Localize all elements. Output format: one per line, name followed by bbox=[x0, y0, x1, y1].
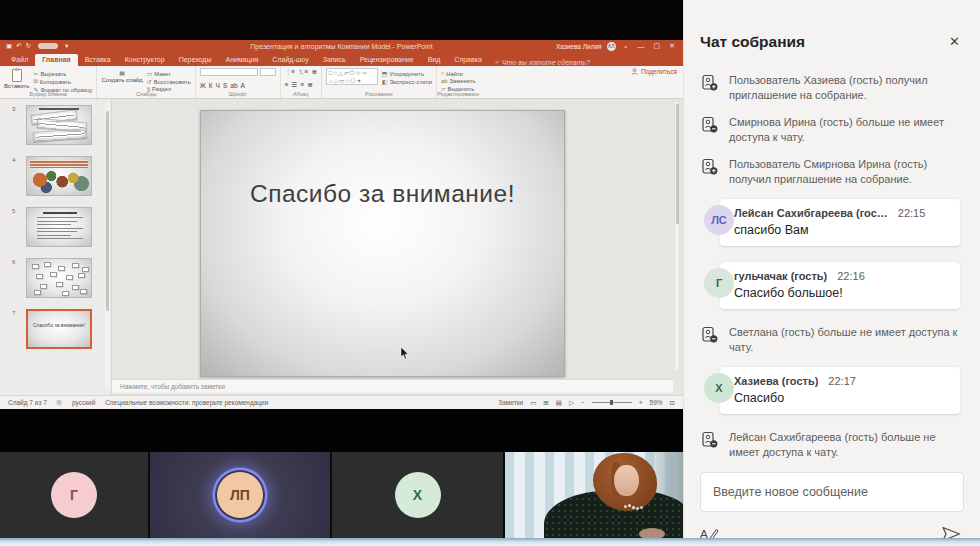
slide-sorter-icon[interactable]: ⊞ bbox=[543, 399, 548, 407]
thumb-diagram-box bbox=[72, 263, 79, 268]
tell-me-search[interactable]: ⌕Что вы хотите сделать? bbox=[495, 58, 590, 66]
share-person-icon bbox=[631, 68, 638, 75]
ribbon-item-Вырезать[interactable]: ✂Вырезать bbox=[33, 70, 92, 77]
current-slide[interactable]: Спасибо за внимание! bbox=[200, 110, 565, 377]
language-label[interactable]: русский bbox=[72, 399, 95, 406]
redo-icon[interactable]: ↻ bbox=[26, 42, 31, 50]
tab-Анимация[interactable]: Анимация bbox=[218, 54, 265, 66]
tab-Конструктор[interactable]: Конструктор bbox=[118, 54, 172, 66]
system-message-text: Пользователь Смирнова Ирина (гость) полу… bbox=[729, 157, 962, 186]
chat-message-card[interactable]: Ггульчачак (гость)22:16Спасибо большое! bbox=[720, 262, 960, 309]
participant-video-tile[interactable] bbox=[505, 452, 683, 538]
slideshow-icon[interactable]: ▷ bbox=[569, 399, 574, 407]
participant-tile-Х[interactable]: Х bbox=[332, 452, 503, 538]
zoom-level[interactable]: 59% bbox=[650, 399, 663, 406]
thumbnail-scrollbar[interactable] bbox=[105, 103, 110, 387]
thumbnail-art-final: Спасибо за внимание! bbox=[26, 309, 92, 349]
tab-Слайд-шоу[interactable]: Слайд-шоу bbox=[265, 54, 315, 66]
maximize-button[interactable]: ▢ bbox=[652, 42, 663, 50]
thumbnail-art-diagram bbox=[26, 258, 92, 298]
message-input[interactable]: Введите новое сообщение bbox=[700, 472, 964, 512]
webcam-face bbox=[614, 465, 639, 496]
autosave-toggle[interactable] bbox=[38, 43, 58, 49]
font-style-button-S[interactable]: S bbox=[223, 82, 227, 89]
participant-tile-ЛП[interactable]: ЛП bbox=[150, 452, 330, 538]
thumb-title-line bbox=[39, 108, 79, 110]
fit-slide-icon[interactable]: ⊡ bbox=[670, 399, 675, 407]
group-label: Шрифт bbox=[196, 91, 280, 97]
font-name-box[interactable] bbox=[200, 68, 258, 76]
font-size-box[interactable] bbox=[260, 68, 276, 76]
paste-button[interactable]: Вставить bbox=[4, 68, 29, 89]
minimize-button[interactable]: — bbox=[636, 43, 647, 50]
ribbon-options-icon[interactable]: ⌄ bbox=[621, 42, 631, 50]
thumbnail-art-collage bbox=[26, 156, 92, 196]
close-window-button[interactable]: ✕ bbox=[667, 42, 677, 50]
shapes-gallery[interactable]: □○△▱⬠☆⇨⌂◇▭○⎔✦ bbox=[326, 68, 378, 85]
slide-number: 6 bbox=[12, 259, 15, 265]
notes-pane[interactable]: Нажмите, чтобы добавить заметки bbox=[112, 379, 673, 393]
font-style-button-А[interactable]: А bbox=[241, 82, 245, 89]
ribbon-item-Восстановить[interactable]: ↺Восстановить bbox=[147, 78, 191, 85]
new-slide-button[interactable]: ▤ Создать слайд bbox=[101, 68, 142, 83]
save-icon[interactable]: ▣ bbox=[6, 42, 12, 50]
font-style-button-К[interactable]: К bbox=[209, 82, 213, 89]
spellcheck-icon[interactable]: ⎘ bbox=[57, 399, 62, 407]
ribbon-item-Макет[interactable]: ▭Макет bbox=[147, 70, 191, 77]
system-message-text: Смирнова Ирина (гость) больше не имеет д… bbox=[729, 115, 962, 144]
slide-thumbnail-4[interactable]: 4 bbox=[26, 156, 103, 196]
ribbon-item-Заменить[interactable]: abЗаменить bbox=[441, 78, 476, 84]
font-style-button-Ж[interactable]: Ж bbox=[200, 82, 206, 89]
tab-Главная[interactable]: Главная bbox=[35, 54, 77, 66]
slide-number: 5 bbox=[12, 208, 15, 214]
reading-view-icon[interactable]: ▤ bbox=[556, 399, 562, 407]
account-name: Хазиева Лилия bbox=[556, 43, 602, 50]
tab-Переходы[interactable]: Переходы bbox=[172, 54, 219, 66]
slide-number: 7 bbox=[12, 310, 15, 316]
normal-view-icon[interactable]: ▭ bbox=[530, 399, 536, 407]
qat-dropdown-icon[interactable]: ▾ bbox=[65, 42, 68, 50]
slide-thumbnail-5[interactable]: 5 bbox=[26, 207, 103, 247]
message-text: Спасибо большое! bbox=[734, 286, 948, 300]
tab-Рецензирование[interactable]: Рецензирование bbox=[353, 54, 421, 66]
sender-name: Хазиева (гость) bbox=[734, 375, 818, 387]
group-label: Рисование bbox=[322, 91, 436, 97]
ribbon-item-Копировать[interactable]: ⧉Копировать bbox=[33, 78, 92, 85]
chat-message-card[interactable]: ЛСЛейсан Сахибгареева (гос…22:15спасибо … bbox=[720, 199, 960, 246]
share-button[interactable]: Поделиться bbox=[631, 68, 677, 75]
tab-Запись[interactable]: Запись bbox=[316, 54, 353, 66]
chat-message-card[interactable]: ХХазиева (гость)22:17Спасибо bbox=[720, 367, 960, 414]
font-style-button-ab[interactable]: ab bbox=[230, 82, 237, 89]
message-time: 22:16 bbox=[837, 270, 865, 282]
tab-Вставка[interactable]: Вставка bbox=[78, 54, 118, 66]
participant-tile-Г[interactable]: Г bbox=[0, 452, 148, 538]
thumb-diagram-box bbox=[44, 262, 51, 267]
zoom-out-icon[interactable]: − bbox=[581, 399, 585, 406]
group-label: Редактирование bbox=[437, 91, 480, 97]
avatar: ЛС bbox=[704, 205, 734, 235]
align-buttons[interactable]: ≡☰≡≣ bbox=[285, 81, 313, 89]
ribbon-item-Упорядочить[interactable]: ⬒Упорядочить bbox=[382, 70, 432, 77]
accessibility-label[interactable]: Специальные возможности: проверьте реком… bbox=[105, 399, 268, 406]
notes-toggle[interactable]: Заметки bbox=[498, 399, 523, 406]
undo-icon[interactable]: ↶ bbox=[16, 42, 21, 50]
slide-thumbnail-6[interactable]: 6 bbox=[26, 258, 103, 298]
thumb-title-line bbox=[43, 212, 77, 214]
font-style-button-Ч[interactable]: Ч bbox=[216, 82, 220, 89]
account-avatar[interactable]: ХЛ bbox=[607, 42, 616, 51]
slide-thumbnail-3[interactable]: 3 bbox=[26, 105, 103, 145]
tab-Вид[interactable]: Вид bbox=[421, 54, 448, 66]
thumb-text-line bbox=[37, 221, 77, 222]
list-buttons[interactable]: ⋮≡⒈≡≣ bbox=[285, 68, 317, 77]
canvas-scrollbar[interactable] bbox=[674, 101, 680, 371]
thumb-text-line bbox=[37, 228, 83, 229]
tab-Файл[interactable]: Файл bbox=[4, 54, 35, 66]
close-icon[interactable]: ✕ bbox=[945, 32, 964, 51]
ribbon-item-Найти[interactable]: ⌕Найти bbox=[441, 70, 476, 77]
slide-thumbnail-7[interactable]: 7Спасибо за внимание! bbox=[26, 309, 103, 349]
zoom-in-icon[interactable]: + bbox=[639, 399, 643, 406]
tab-Справка[interactable]: Справка bbox=[447, 54, 488, 66]
ribbon-group-editing: ⌕НайтиabЗаменить▱Выделить Редактирование bbox=[437, 66, 480, 98]
zoom-slider[interactable] bbox=[592, 402, 632, 403]
ribbon-item-Экспресс-стили[interactable]: ◧Экспресс-стили bbox=[382, 78, 432, 85]
